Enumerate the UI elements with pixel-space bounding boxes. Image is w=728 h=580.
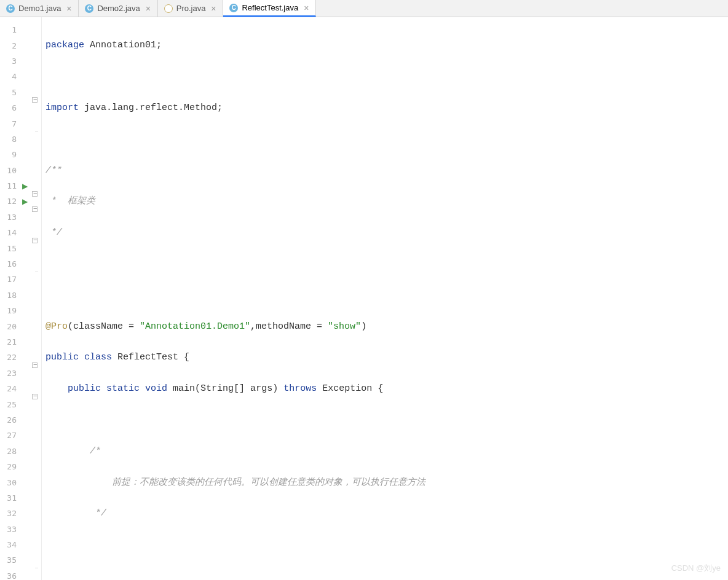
- line-number: 21: [1, 337, 19, 347]
- line-number: 4: [1, 72, 19, 81]
- line-number: 14: [1, 228, 19, 237]
- fold-toggle-icon[interactable]: [32, 362, 38, 368]
- tab-demo2[interactable]: C Demo2.java ×: [79, 0, 157, 17]
- tab-pro[interactable]: @ Pro.java ×: [158, 0, 224, 17]
- close-icon[interactable]: ×: [65, 4, 73, 13]
- close-icon[interactable]: ×: [209, 4, 218, 13]
- gutter-line[interactable]: 3: [0, 53, 41, 69]
- fold-toggle-icon[interactable]: [32, 394, 38, 399]
- line-number: 12: [1, 197, 19, 206]
- line-number: 7: [1, 119, 19, 128]
- gutter-line[interactable]: 10: [0, 163, 41, 178]
- tab-reflecttest[interactable]: C ReflectTest.java ×: [223, 0, 316, 17]
- gutter-line[interactable]: 24: [0, 381, 41, 396]
- editor-area: 1234567891011▶12▶13141516171819202122232…: [0, 17, 728, 580]
- gutter-line[interactable]: 32: [0, 506, 41, 521]
- gutter-line[interactable]: 27: [0, 428, 41, 443]
- line-number: 34: [1, 540, 19, 549]
- class-icon: C: [85, 4, 93, 13]
- run-icon[interactable]: ▶: [22, 197, 28, 206]
- line-number: 19: [1, 306, 19, 315]
- gutter-line[interactable]: 31: [0, 490, 41, 506]
- tab-label: Demo2.java: [97, 4, 140, 13]
- gutter-line[interactable]: 30: [0, 474, 41, 490]
- line-number: 6: [1, 103, 19, 112]
- gutter-line[interactable]: 29: [0, 459, 41, 474]
- gutter-line[interactable]: 2: [0, 37, 41, 53]
- line-number: 9: [1, 150, 19, 159]
- tab-label: Pro.java: [176, 4, 206, 13]
- line-number: 5: [1, 88, 19, 97]
- gutter-line[interactable]: 5: [0, 85, 41, 100]
- line-number: 31: [1, 493, 19, 503]
- class-icon: C: [6, 4, 15, 13]
- line-number: 20: [1, 322, 19, 331]
- run-icon[interactable]: ▶: [22, 182, 28, 190]
- gutter-line[interactable]: 20: [0, 318, 41, 334]
- line-number: 24: [1, 384, 19, 393]
- fold-toggle-icon[interactable]: [32, 206, 38, 212]
- fold-toggle-icon[interactable]: [32, 238, 38, 243]
- fold-toggle-icon[interactable]: [32, 191, 38, 197]
- line-number: 8: [1, 135, 19, 144]
- gutter-line[interactable]: 8: [0, 131, 41, 147]
- marker-area: ▶: [19, 197, 30, 206]
- gutter-line[interactable]: 26: [0, 412, 41, 428]
- gutter-line[interactable]: 34: [0, 537, 41, 552]
- line-number: 17: [1, 275, 19, 284]
- gutter-line[interactable]: 35: [0, 552, 41, 568]
- gutter-line[interactable]: 16: [0, 256, 41, 272]
- line-number: 35: [1, 555, 19, 565]
- gutter-line[interactable]: 36: [0, 568, 41, 580]
- gutter: 1234567891011▶12▶13141516171819202122232…: [0, 17, 42, 580]
- line-number: 29: [1, 462, 19, 471]
- line-number: 26: [1, 415, 19, 425]
- line-number: 11: [1, 181, 19, 190]
- line-number: 15: [1, 244, 19, 253]
- class-icon: C: [229, 4, 238, 12]
- gutter-line[interactable]: 17: [0, 272, 41, 287]
- line-number: 18: [1, 291, 19, 300]
- annotation-icon: @: [164, 4, 173, 13]
- line-number: 32: [1, 509, 19, 518]
- gutter-line[interactable]: 14: [0, 225, 41, 240]
- line-number: 16: [1, 259, 19, 268]
- line-number: 33: [1, 525, 19, 534]
- line-number: 25: [1, 400, 19, 409]
- gutter-line[interactable]: 28: [0, 444, 41, 459]
- watermark: CSDN @刘ye: [671, 563, 721, 574]
- line-number: 3: [1, 57, 19, 66]
- marker-area: ▶: [19, 181, 30, 190]
- line-number: 2: [1, 41, 19, 50]
- tab-label: Demo1.java: [18, 4, 61, 13]
- fold-toggle-icon[interactable]: [32, 97, 38, 103]
- gutter-line[interactable]: 33: [0, 522, 41, 537]
- gutter-line[interactable]: 19: [0, 303, 41, 318]
- line-number: 23: [1, 369, 19, 378]
- line-number: 28: [1, 447, 19, 456]
- gutter-line[interactable]: 4: [0, 69, 41, 84]
- gutter-line[interactable]: 9: [0, 147, 41, 162]
- line-number: 27: [1, 431, 19, 440]
- gutter-line[interactable]: 22: [0, 350, 41, 365]
- close-icon[interactable]: ×: [302, 4, 311, 12]
- gutter-line[interactable]: 7: [0, 116, 41, 131]
- gutter-line[interactable]: 21: [0, 334, 41, 350]
- gutter-line[interactable]: 18: [0, 288, 41, 303]
- code-editor[interactable]: package Annotation01; import java.lang.r…: [42, 17, 728, 580]
- line-number: 22: [1, 353, 19, 362]
- gutter-line[interactable]: 1: [0, 22, 41, 37]
- line-number: 1: [1, 25, 19, 34]
- line-number: 10: [1, 166, 19, 175]
- editor-tabs: C Demo1.java × C Demo2.java × @ Pro.java…: [0, 0, 728, 17]
- gutter-line[interactable]: 11▶: [0, 178, 41, 194]
- close-icon[interactable]: ×: [144, 4, 152, 13]
- tab-label: ReflectTest.java: [242, 3, 298, 12]
- tab-demo1[interactable]: C Demo1.java ×: [0, 0, 79, 17]
- line-number: 30: [1, 478, 19, 487]
- line-number: 13: [1, 213, 19, 222]
- line-number: 36: [1, 571, 19, 580]
